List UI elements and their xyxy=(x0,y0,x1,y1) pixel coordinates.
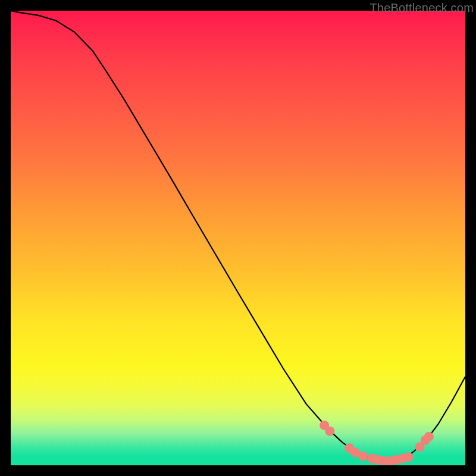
plot-area xyxy=(11,11,465,465)
marker-dot xyxy=(404,452,414,462)
marker-dot xyxy=(350,448,360,458)
marker-dot xyxy=(320,421,329,430)
chart-container: TheBottleneck.com xyxy=(0,0,476,476)
marker-dot xyxy=(415,442,425,452)
marker-dot xyxy=(424,432,434,441)
marker-group xyxy=(320,421,434,465)
marker-dot xyxy=(367,454,377,464)
marker-dot xyxy=(392,455,401,465)
marker-dot xyxy=(398,454,408,464)
bottleneck-curve xyxy=(11,11,465,461)
marker-dot xyxy=(386,456,395,465)
marker-dot xyxy=(345,443,354,453)
marker-dot xyxy=(421,436,430,445)
curve-svg xyxy=(11,11,465,465)
marker-dot xyxy=(325,427,334,436)
marker-dot xyxy=(373,455,383,465)
marker-dot xyxy=(358,452,368,461)
marker-dot xyxy=(379,456,389,465)
